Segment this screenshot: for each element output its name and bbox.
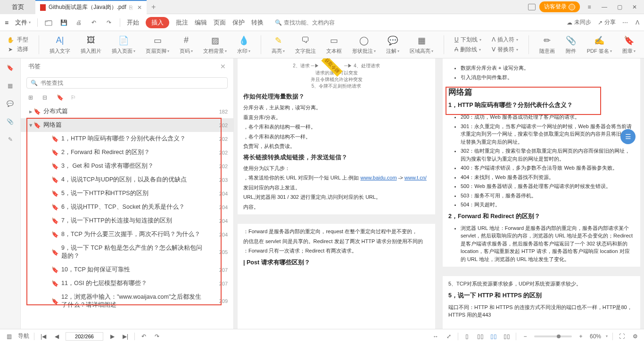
- link[interactable]: www.baidu.com: [361, 175, 397, 180]
- comment-tab-icon[interactable]: 💬: [6, 99, 15, 108]
- bookmark-opts-icon[interactable]: ⚐: [71, 94, 78, 102]
- bookmark-chapter[interactable]: ▸🔖分布式篇182: [21, 105, 233, 118]
- unsync-status[interactable]: ☁ 未同步: [567, 18, 591, 26]
- bookmark-item[interactable]: 🔖9，说一下 TCP 粘包是怎么产生的？怎么解决粘包问题的？205: [21, 241, 233, 263]
- redo-icon[interactable]: ↷: [105, 18, 113, 27]
- close-window-icon[interactable]: ✕: [629, 2, 640, 12]
- thumbnail-tab-icon[interactable]: ▦: [6, 81, 15, 90]
- header-footer-button[interactable]: ▭页眉页脚▾: [146, 35, 169, 55]
- floating-action-icon[interactable]: ☰: [620, 129, 636, 144]
- device-icon[interactable]: [528, 4, 536, 10]
- textbox-button[interactable]: ▭文本框: [326, 35, 342, 55]
- first-page-icon[interactable]: |◀: [39, 332, 48, 341]
- bookmark-item[interactable]: 🔖2，Forward 和 Redirect 的区别？202: [21, 146, 233, 159]
- zoom-out-icon[interactable]: −: [521, 332, 529, 341]
- insert-text-button[interactable]: A|插入文字: [50, 35, 70, 55]
- bookmark-item[interactable]: 🔖11，OSI 的七层模型都有哪些？207: [21, 277, 233, 290]
- undo-icon[interactable]: ↶: [90, 18, 98, 27]
- watermark-button[interactable]: 💧水印▾: [237, 35, 250, 55]
- bookmark-item[interactable]: 🔖7，说一下HTTP的长连接与短连接的区别204: [21, 214, 233, 228]
- hand-tool[interactable]: ✋手型: [7, 36, 28, 44]
- zoom-in-icon[interactable]: +: [577, 332, 585, 341]
- bookmark-item[interactable]: 🔖3， Get 和 Post 请求有哪些区别？202: [21, 159, 233, 173]
- minimize-icon[interactable]: —: [599, 2, 610, 12]
- select-tool[interactable]: ➤选择: [7, 45, 28, 53]
- stamp-button[interactable]: 🔖图章▾: [622, 35, 636, 55]
- page-number-button[interactable]: #页码▾: [180, 35, 193, 55]
- zoom-dropdown-icon[interactable]: ▾: [606, 334, 608, 338]
- bookmark-search-input[interactable]: [41, 80, 223, 86]
- replace-button[interactable]: ᐯ 替换符▾: [492, 46, 518, 54]
- highlight-button[interactable]: ✎高亮▾: [272, 35, 285, 55]
- bookmark-item[interactable]: 🔖12，浏览器中输入："www.woaijava.com"之后都发生了什么？请详…: [21, 290, 233, 312]
- page-input[interactable]: [66, 332, 103, 341]
- rotate-right-icon[interactable]: ↷: [153, 332, 161, 341]
- hamburger-icon[interactable]: ≡: [5, 19, 8, 26]
- tab-document[interactable]: Github面试题库（Java岗）.pdf ⎘ ✕: [35, 0, 147, 14]
- bookmark-item[interactable]: 🔖10，TCP 如何保证可靠性207: [21, 263, 233, 277]
- sign-button[interactable]: ✍PDF 签名▾: [587, 35, 612, 55]
- collapse-all-icon[interactable]: ⊟: [42, 94, 50, 102]
- menu-edit[interactable]: 编辑: [195, 18, 207, 27]
- last-page-icon[interactable]: ▶|: [121, 332, 130, 341]
- next-page-icon[interactable]: ▶: [108, 332, 116, 341]
- more-icon[interactable]: ⋯: [622, 19, 629, 26]
- document-area[interactable]: 2、请求 ─▶ 获取令牌 ─▶ 4、处理请求 请求的速率可以突发 并且令牌桶允许…: [234, 58, 644, 329]
- login-button[interactable]: 访客登录: [539, 1, 580, 12]
- save-icon[interactable]: 💾: [59, 18, 68, 27]
- zoom-slider[interactable]: [534, 335, 572, 337]
- link[interactable]: www.t.cn/: [405, 175, 427, 180]
- single-scroll-icon[interactable]: ▯▯: [476, 332, 485, 341]
- attach-button[interactable]: 📎附件: [565, 35, 577, 55]
- single-page-icon[interactable]: ▯: [463, 332, 471, 341]
- insert-page-button[interactable]: 📄插入页面▾: [112, 35, 135, 55]
- close-panel-icon[interactable]: ✕: [220, 63, 226, 70]
- menu-convert[interactable]: 转换: [251, 18, 264, 27]
- window-menu-icon[interactable]: ≡: [584, 2, 595, 12]
- bookmark-item[interactable]: 🔖4，说说TCP与UDP的区别，以及各自的优缺点203: [21, 173, 233, 187]
- tab-pin-icon[interactable]: ⎘: [129, 4, 132, 11]
- nav-label[interactable]: 导航: [18, 332, 29, 340]
- shape-annot-button[interactable]: ◯形状批注▾: [352, 35, 376, 55]
- prev-page-icon[interactable]: ◀: [52, 332, 61, 341]
- menu-annotate[interactable]: 批注: [176, 18, 188, 27]
- rotate-left-icon[interactable]: ↶: [140, 332, 148, 341]
- fit-width-icon[interactable]: ↔: [431, 332, 440, 341]
- menu-protect[interactable]: 保护: [232, 18, 245, 27]
- area-highlight-button[interactable]: ▦区域高亮▾: [410, 35, 433, 55]
- menu-page[interactable]: 页面: [214, 18, 226, 27]
- collapse-ribbon-icon[interactable]: ᐱ: [636, 19, 639, 26]
- bookmark-item[interactable]: 🔖1，HTTP 响应码有哪些？分别代表什么含义？202: [21, 132, 233, 146]
- bookmark-search[interactable]: 🔍: [26, 77, 228, 89]
- menu-insert[interactable]: 插入: [146, 17, 169, 28]
- menu-start[interactable]: 开始: [127, 18, 139, 27]
- new-bookmark-icon[interactable]: 🔖: [57, 94, 64, 102]
- strike-button[interactable]: A 删除线▾: [454, 46, 481, 54]
- comment-button[interactable]: 💬注解▾: [386, 35, 399, 55]
- caret-button[interactable]: ᐱ 插入符▾: [492, 36, 518, 44]
- fit-page-icon[interactable]: ⤢: [445, 332, 453, 341]
- search-box[interactable]: 🔍: [275, 19, 355, 26]
- file-menu[interactable]: 文件▾: [15, 18, 31, 27]
- bookmark-tab-icon[interactable]: 🔖: [6, 63, 15, 73]
- attach-tab-icon[interactable]: 📎: [6, 117, 15, 126]
- freehand-button[interactable]: ✏随意画: [539, 35, 555, 55]
- edit-tab-icon[interactable]: ✎: [6, 135, 15, 144]
- bookmark-item[interactable]: 🔖5，说一下HTTP和HTTPS的区别204: [21, 187, 233, 200]
- tab-add[interactable]: +: [147, 3, 161, 11]
- two-page-icon[interactable]: ▯▯: [489, 332, 498, 341]
- tab-home[interactable]: 首页: [0, 0, 35, 14]
- fullscreen-icon[interactable]: ⛶: [618, 332, 626, 341]
- bookmark-chapter[interactable]: ▾🔖网络篇202: [21, 118, 233, 132]
- two-scroll-icon[interactable]: ▯▯: [503, 332, 511, 341]
- print-icon[interactable]: 🖨: [74, 18, 83, 27]
- open-icon[interactable]: [44, 18, 53, 27]
- bookmark-item[interactable]: 🔖6，说说HTTP、TCP、Socket 的关系是什么？204: [21, 200, 233, 214]
- text-annot-button[interactable]: 🗨文字批注: [295, 35, 316, 55]
- bookmark-item[interactable]: 🔖8，TCP 为什么要三次握手，两次不行吗？为什么？204: [21, 228, 233, 241]
- share-button[interactable]: ↗ 分享: [598, 18, 616, 26]
- settings-icon[interactable]: ⚙: [631, 332, 639, 341]
- close-tab-icon[interactable]: ✕: [137, 4, 142, 11]
- expand-all-icon[interactable]: ⊞: [28, 94, 36, 102]
- maximize-icon[interactable]: ▢: [614, 2, 625, 12]
